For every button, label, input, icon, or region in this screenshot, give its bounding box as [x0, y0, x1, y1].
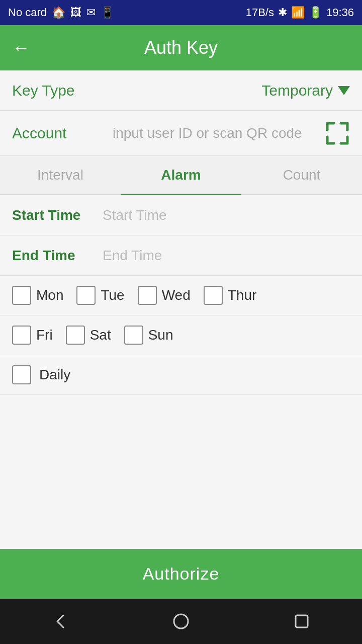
label-daily: Daily	[39, 367, 70, 383]
qr-scan-icon[interactable]	[325, 121, 350, 146]
label-tue: Tue	[101, 287, 124, 303]
start-time-row: Start Time Start Time	[0, 195, 362, 235]
bluetooth-icon: ✱	[278, 6, 287, 19]
start-time-input[interactable]: Start Time	[103, 207, 167, 223]
checkbox-fri[interactable]	[12, 326, 31, 345]
account-label: Account	[12, 125, 103, 142]
carrier-text: No card	[8, 6, 47, 19]
content-area: Key Type Temporary Account input user ID…	[0, 70, 362, 549]
checkbox-tue[interactable]	[76, 286, 96, 305]
battery-icon: 🔋	[309, 6, 322, 19]
day-fri: Fri	[12, 326, 53, 345]
label-fri: Fri	[36, 327, 53, 343]
key-type-row: Key Type Temporary	[0, 70, 362, 111]
status-bar: No card 🏠 🖼 ✉ 📱 17B/s ✱ 📶 🔋 19:36	[0, 0, 362, 25]
photo-icon: 🖼	[70, 6, 81, 19]
checkbox-mon[interactable]	[12, 286, 31, 305]
day-wed: Wed	[138, 286, 191, 305]
label-mon: Mon	[36, 287, 63, 303]
back-button[interactable]: ←	[12, 39, 30, 57]
label-sat: Sat	[90, 327, 111, 343]
sim-icon: 🏠	[52, 6, 65, 19]
app-header: ← Auth Key	[0, 25, 362, 70]
tab-alarm[interactable]: Alarm	[121, 156, 241, 194]
key-type-label: Key Type	[12, 82, 75, 99]
end-time-label: End Time	[12, 248, 93, 264]
checkbox-thur[interactable]	[204, 286, 223, 305]
app-icon: 📱	[101, 6, 114, 19]
chevron-down-icon	[338, 86, 350, 95]
authorize-button[interactable]: Authorize	[0, 549, 362, 599]
page-title: Auth Key	[144, 37, 218, 58]
content-spacer	[0, 395, 362, 549]
speed-text: 17B/s	[246, 6, 274, 19]
recent-nav-button[interactable]	[292, 611, 312, 631]
checkbox-daily[interactable]	[12, 365, 31, 384]
end-time-input[interactable]: End Time	[103, 248, 162, 264]
checkbox-wed[interactable]	[138, 286, 157, 305]
daily-row: Daily	[0, 355, 362, 395]
wifi-icon: 📶	[291, 6, 305, 19]
msg-icon: ✉	[86, 6, 96, 19]
status-right: 17B/s ✱ 📶 🔋 19:36	[246, 6, 354, 19]
svg-rect-1	[296, 615, 308, 627]
start-time-label: Start Time	[12, 207, 93, 223]
status-left: No card 🏠 🖼 ✉ 📱	[8, 6, 114, 19]
checkbox-sun[interactable]	[124, 326, 143, 345]
label-thur: Thur	[228, 287, 257, 303]
time-text: 19:36	[326, 6, 354, 19]
account-placeholder[interactable]: input user ID or scan QR code	[103, 125, 325, 141]
label-sun: Sun	[148, 327, 173, 343]
end-time-row: End Time End Time	[0, 235, 362, 276]
day-thur: Thur	[204, 286, 257, 305]
home-nav-button[interactable]	[171, 611, 191, 631]
day-sat: Sat	[66, 326, 111, 345]
key-type-dropdown[interactable]: Temporary	[261, 82, 350, 99]
svg-point-0	[174, 614, 188, 628]
tabs-container: Interval Alarm Count	[0, 156, 362, 195]
day-tue: Tue	[76, 286, 124, 305]
tab-count[interactable]: Count	[241, 156, 362, 194]
day-sun: Sun	[124, 326, 173, 345]
label-wed: Wed	[162, 287, 191, 303]
days-row-2: Fri Sat Sun	[0, 315, 362, 355]
nav-bar	[0, 599, 362, 644]
tab-interval[interactable]: Interval	[0, 156, 121, 194]
account-row: Account input user ID or scan QR code	[0, 111, 362, 156]
day-mon: Mon	[12, 286, 63, 305]
key-type-value-text: Temporary	[261, 82, 333, 99]
back-nav-button[interactable]	[50, 611, 70, 631]
days-row-1: Mon Tue Wed Thur	[0, 276, 362, 315]
checkbox-sat[interactable]	[66, 326, 85, 345]
